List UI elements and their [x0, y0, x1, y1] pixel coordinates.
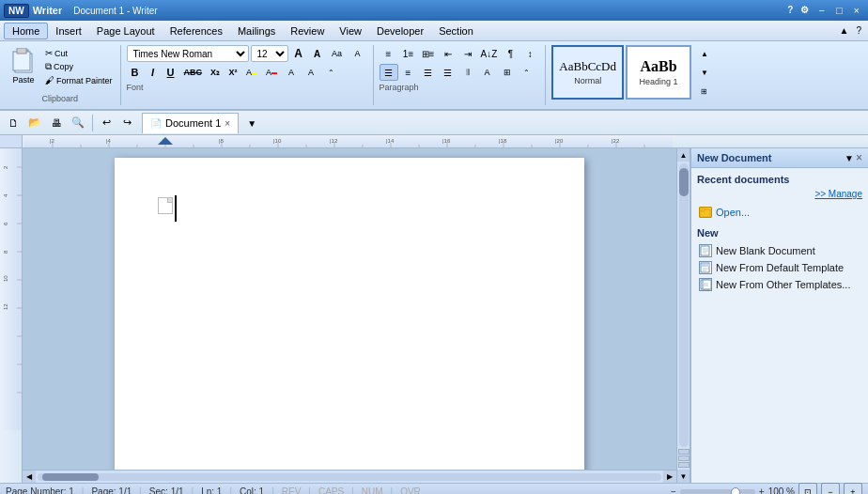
editor-area[interactable]: ◀ ▶ — [23, 148, 676, 483]
strikethrough-button[interactable]: ABC — [180, 64, 207, 81]
doc-tab-icon: 📄 — [150, 118, 162, 129]
ribbon-up-icon[interactable]: ▲ — [837, 25, 852, 36]
style-normal-card[interactable]: AaBbCcDd Normal — [551, 45, 624, 100]
vscroll-thumb[interactable] — [679, 168, 689, 196]
menu-mailings[interactable]: Mailings — [230, 23, 283, 39]
numbering-button[interactable]: 1≡ — [399, 45, 418, 62]
cursor-area — [158, 195, 177, 222]
font-color-button[interactable]: A▬ — [262, 64, 281, 81]
document-tab[interactable]: 📄 Document 1 × — [142, 113, 239, 133]
zoom-in-button[interactable]: + — [759, 486, 765, 494]
underline-button[interactable]: U — [163, 64, 179, 81]
para-options-button[interactable]: ⌃ — [518, 64, 536, 81]
cut-button[interactable]: ✂ Cut — [43, 47, 115, 59]
paste-button[interactable]: Paste — [6, 45, 41, 86]
font-size-select[interactable]: 12 10 14 16 — [251, 45, 288, 62]
italic-button[interactable]: I — [145, 64, 162, 81]
zoom-minus-button[interactable]: − — [821, 483, 840, 495]
menu-references[interactable]: References — [163, 23, 230, 39]
change-case-button[interactable]: Aa — [328, 45, 347, 62]
highlight-button[interactable]: A▬ — [242, 64, 261, 81]
new-from-other-item[interactable]: New From Other Templates... — [697, 276, 862, 293]
shrink-font-button[interactable]: A — [309, 45, 326, 62]
align-right-button[interactable]: ☰ — [419, 64, 438, 81]
panel-dropdown-icon[interactable]: ▼ — [845, 153, 854, 163]
scroll-thumb[interactable] — [42, 473, 99, 481]
superscript-button[interactable]: X² — [225, 64, 241, 81]
vertical-scrollbar[interactable]: ▲ ▼ — [676, 148, 690, 483]
decrease-indent-button[interactable]: ⇤ — [439, 45, 457, 62]
doc-tab-close[interactable]: × — [225, 118, 230, 129]
open-button[interactable]: Open... — [697, 205, 862, 220]
scroll-right-button[interactable]: ▶ — [663, 471, 676, 484]
editor-sidebar: 2 4 6 8 10 12 — [0, 148, 868, 483]
menu-insert[interactable]: Insert — [48, 23, 89, 39]
menu-home[interactable]: Home — [4, 23, 48, 39]
copy-button[interactable]: ⧉ Copy — [43, 60, 115, 73]
font-family-select[interactable]: Times New Roman Arial Calibri — [127, 45, 249, 62]
align-left-button[interactable]: ☰ — [380, 64, 398, 81]
redo-button[interactable]: ↪ — [117, 114, 136, 132]
font-options-button[interactable]: ⌃ — [321, 64, 340, 81]
subscript-button[interactable]: X₂ — [207, 64, 224, 81]
grow-font-button[interactable]: A — [290, 45, 307, 62]
char-border-button[interactable]: A — [302, 64, 320, 81]
settings-icon[interactable]: ⚙ — [798, 5, 812, 16]
new-doc-button[interactable]: 🗋 — [4, 114, 23, 132]
manage-link[interactable]: >> Manage — [697, 189, 862, 199]
zoom-fit-button[interactable]: ⊡ — [798, 483, 817, 495]
scroll-down-button[interactable]: ▼ — [677, 470, 690, 483]
bullets-button[interactable]: ≡ — [380, 45, 398, 62]
bold-button[interactable]: B — [127, 64, 144, 81]
scroll-left-button[interactable]: ◀ — [23, 471, 36, 484]
zoom-thumb[interactable] — [731, 487, 740, 495]
menu-view[interactable]: View — [332, 23, 369, 39]
increase-indent-button[interactable]: ⇥ — [458, 45, 477, 62]
borders-button[interactable]: ⊞ — [498, 64, 517, 81]
find-button[interactable]: 🔍 — [68, 114, 88, 132]
menu-review[interactable]: Review — [283, 23, 332, 39]
shading-button[interactable]: A — [478, 64, 497, 81]
vscroll-extra1[interactable] — [678, 449, 690, 455]
styles-more[interactable]: ⊞ — [695, 83, 714, 100]
show-marks-button[interactable]: ¶ — [501, 45, 519, 62]
multilevel-list-button[interactable]: ⊞≡ — [419, 45, 438, 62]
editor-scroll[interactable] — [23, 148, 676, 470]
ribbon-help-icon[interactable]: ? — [853, 25, 864, 36]
svg-text:|22: |22 — [612, 138, 620, 144]
help-icon[interactable]: ? — [784, 5, 796, 16]
scroll-up-button[interactable]: ▲ — [677, 148, 690, 162]
undo-button[interactable]: ↩ — [97, 114, 116, 132]
vscroll-extra2[interactable] — [678, 455, 690, 461]
zoom-out-button[interactable]: − — [671, 486, 676, 494]
text-shadow-button[interactable]: A — [282, 64, 301, 81]
styles-scroll-down[interactable]: ▼ — [695, 64, 714, 81]
format-painter-button[interactable]: 🖌 Format Painter — [43, 74, 115, 86]
minimize-button[interactable]: − — [814, 5, 829, 16]
line-spacing-button[interactable]: ↕ — [520, 45, 539, 62]
styles-scroll-up[interactable]: ▲ — [695, 45, 714, 62]
tab-options-button[interactable]: ▼ — [242, 115, 261, 133]
menu-developer[interactable]: Developer — [369, 23, 431, 39]
justify-button[interactable]: ☰ — [439, 64, 457, 81]
clear-format-button[interactable]: A — [349, 45, 367, 62]
align-center-button[interactable]: ≡ — [399, 64, 418, 81]
print-button[interactable]: 🖶 — [47, 114, 66, 132]
style-heading-card[interactable]: AaBb Heading 1 — [626, 45, 691, 100]
menu-page-layout[interactable]: Page Layout — [89, 23, 163, 39]
vscroll-extra3[interactable] — [678, 462, 690, 468]
new-blank-doc-item[interactable]: New Blank Document — [697, 242, 862, 259]
horizontal-scrollbar[interactable]: ◀ ▶ — [23, 470, 676, 483]
sort-button[interactable]: A↓Z — [478, 45, 501, 62]
close-button[interactable]: × — [849, 5, 864, 16]
toolbar: 🗋 📂 🖶 🔍 ↩ ↪ 📄 Document 1 × ▼ — [0, 111, 868, 135]
panel-close-button[interactable]: × — [856, 151, 862, 164]
columns-button[interactable]: ⫴ — [458, 64, 477, 81]
menu-section[interactable]: Section — [431, 23, 481, 39]
maximize-button[interactable]: □ — [831, 5, 847, 16]
zoom-slider[interactable] — [680, 489, 755, 495]
new-from-default-item[interactable]: New From Default Template — [697, 259, 862, 276]
open-doc-button[interactable]: 📂 — [24, 114, 45, 132]
zoom-plus-button[interactable]: + — [844, 483, 862, 495]
document-page[interactable] — [115, 158, 584, 470]
